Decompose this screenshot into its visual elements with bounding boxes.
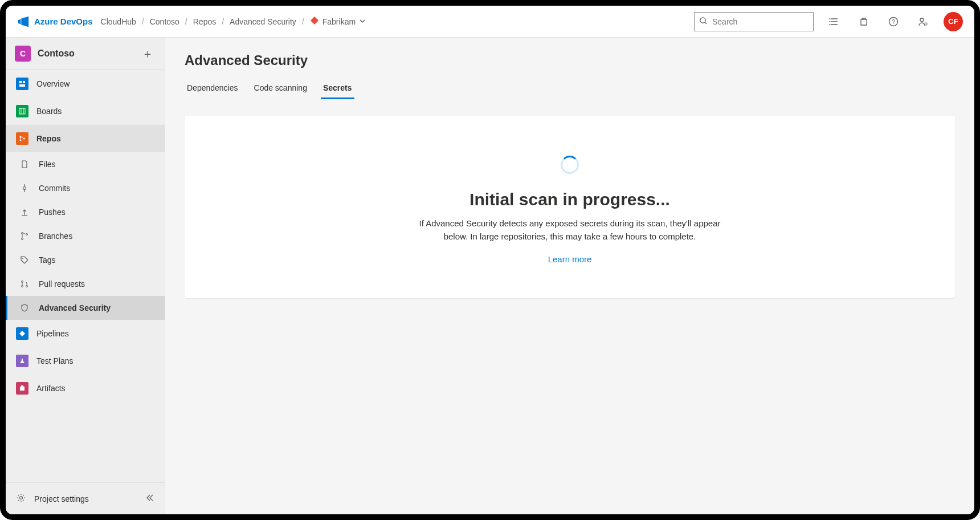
- project-settings-link[interactable]: Project settings: [34, 494, 89, 503]
- user-settings-icon[interactable]: [914, 13, 932, 31]
- status-text: If Advanced Security detects any exposed…: [410, 217, 729, 243]
- repo-name: Fabrikam: [322, 17, 356, 26]
- breadcrumb-project[interactable]: Contoso: [150, 17, 179, 26]
- avatar-initials: CF: [948, 17, 958, 26]
- artifacts-icon: [16, 382, 28, 395]
- project-tile: C: [15, 46, 31, 62]
- svg-rect-31: [21, 385, 23, 387]
- pull-request-icon: [18, 278, 31, 290]
- sidebar-footer: Project settings: [6, 482, 165, 514]
- breadcrumb-separator: /: [222, 17, 224, 26]
- svg-rect-0: [311, 17, 318, 25]
- search-input[interactable]: [712, 17, 812, 26]
- sidebar-item-label: Files: [39, 160, 56, 169]
- plus-icon: ＋: [142, 46, 153, 62]
- tag-icon: [18, 254, 31, 266]
- brand[interactable]: Azure DevOps: [17, 15, 96, 28]
- tab-dependencies[interactable]: Dependencies: [185, 79, 240, 99]
- collapse-sidebar-button[interactable]: [145, 493, 154, 504]
- svg-point-29: [26, 286, 28, 287]
- svg-point-8: [920, 18, 924, 22]
- sidebar-item-label: Pull requests: [39, 279, 85, 289]
- boards-icon: [16, 105, 28, 117]
- avatar[interactable]: CF: [944, 12, 963, 31]
- svg-point-5: [830, 24, 831, 25]
- sidebar-item-label: Pushes: [39, 208, 66, 217]
- page-title: Advanced Security: [185, 52, 955, 68]
- svg-text:?: ?: [892, 18, 895, 25]
- breadcrumb: CloudHub / Contoso / Repos / Advanced Se…: [101, 16, 366, 27]
- sidebar: C Contoso ＋ Overview Bo: [6, 38, 165, 514]
- sidebar-item-advanced-security[interactable]: Advanced Security: [6, 296, 165, 320]
- pipelines-icon: [16, 327, 28, 340]
- svg-point-4: [830, 21, 831, 22]
- search-icon: [699, 17, 708, 27]
- sidebar-item-repos[interactable]: Repos: [6, 125, 165, 152]
- svg-point-27: [22, 281, 23, 283]
- file-icon: [18, 158, 31, 170]
- sidebar-item-label: Pipelines: [36, 329, 69, 338]
- tab-secrets[interactable]: Secrets: [321, 79, 354, 99]
- nav-list: Overview Boards Repos Files: [6, 70, 165, 482]
- sidebar-item-tags[interactable]: Tags: [6, 248, 165, 272]
- svg-point-3: [830, 18, 831, 19]
- azure-devops-logo-icon: [17, 15, 30, 28]
- branch-icon: [18, 230, 31, 242]
- learn-more-link[interactable]: Learn more: [548, 254, 592, 264]
- svg-point-24: [22, 238, 23, 240]
- project-initial: C: [20, 49, 26, 58]
- tabs: Dependencies Code scanning Secrets: [185, 79, 955, 100]
- sidebar-item-label: Advanced Security: [39, 303, 111, 312]
- svg-point-1: [700, 17, 705, 22]
- project-header[interactable]: C Contoso ＋: [6, 38, 165, 70]
- sidebar-item-label: Commits: [39, 184, 70, 193]
- marketplace-icon[interactable]: [855, 13, 873, 31]
- sidebar-item-boards[interactable]: Boards: [6, 98, 165, 125]
- svg-line-2: [705, 22, 707, 24]
- sidebar-item-pipelines[interactable]: Pipelines: [6, 320, 165, 347]
- work-items-icon[interactable]: [825, 13, 843, 31]
- breadcrumb-page[interactable]: Advanced Security: [230, 17, 296, 26]
- repo-diamond-icon: [310, 16, 319, 27]
- brand-name: Azure DevOps: [34, 17, 93, 26]
- sidebar-item-commits[interactable]: Commits: [6, 176, 165, 200]
- sidebar-item-label: Boards: [36, 107, 62, 116]
- push-icon: [18, 206, 31, 218]
- search-box[interactable]: [694, 12, 814, 31]
- project-name: Contoso: [38, 48, 133, 59]
- sidebar-item-overview[interactable]: Overview: [6, 70, 165, 98]
- sidebar-item-test-plans[interactable]: Test Plans: [6, 347, 165, 375]
- gear-icon: [16, 493, 26, 505]
- svg-point-9: [925, 22, 927, 25]
- main-content: Advanced Security Dependencies Code scan…: [165, 38, 974, 514]
- topbar-right: ? CF: [694, 12, 963, 31]
- sidebar-item-label: Overview: [36, 79, 70, 88]
- svg-rect-11: [23, 81, 25, 83]
- repos-icon: [16, 132, 28, 145]
- help-icon[interactable]: ?: [884, 13, 903, 31]
- add-button[interactable]: ＋: [140, 46, 156, 62]
- spinner-icon: [561, 156, 579, 174]
- test-plans-icon: [16, 355, 28, 367]
- breadcrumb-area[interactable]: Repos: [193, 17, 216, 26]
- chevron-double-left-icon: [145, 495, 154, 504]
- sidebar-item-pushes[interactable]: Pushes: [6, 200, 165, 224]
- sidebar-item-label: Tags: [39, 255, 56, 265]
- svg-point-28: [22, 286, 23, 287]
- status-heading: Initial scan in progress...: [207, 190, 932, 209]
- sidebar-item-label: Branches: [39, 231, 72, 241]
- svg-point-26: [22, 258, 23, 259]
- svg-point-19: [23, 187, 26, 190]
- breadcrumb-org[interactable]: CloudHub: [101, 17, 136, 26]
- tab-code-scanning[interactable]: Code scanning: [252, 79, 309, 99]
- sidebar-item-branches[interactable]: Branches: [6, 224, 165, 248]
- sidebar-item-files[interactable]: Files: [6, 152, 165, 176]
- repo-picker[interactable]: Fabrikam: [310, 16, 366, 27]
- breadcrumb-separator: /: [142, 17, 144, 26]
- sidebar-item-artifacts[interactable]: Artifacts: [6, 375, 165, 402]
- sidebar-item-pull-requests[interactable]: Pull requests: [6, 272, 165, 296]
- shield-icon: [18, 302, 31, 314]
- sidebar-item-label: Repos: [36, 134, 61, 143]
- commit-icon: [18, 182, 31, 194]
- sidebar-item-label: Artifacts: [36, 384, 66, 393]
